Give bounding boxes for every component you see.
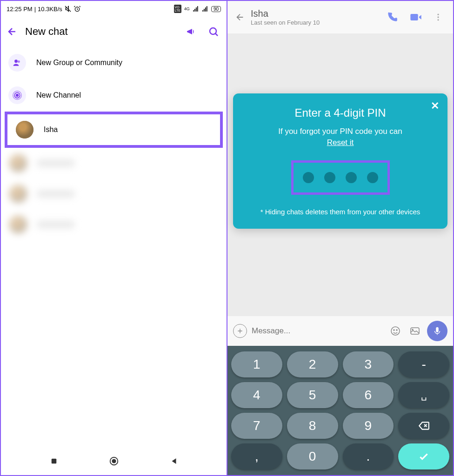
contact-highlight: Isha — [5, 112, 223, 148]
contact-item-blurred[interactable] — [1, 148, 227, 178]
channel-icon — [8, 86, 26, 104]
key-1[interactable]: 1 — [231, 351, 282, 377]
back-nav-button[interactable] — [170, 457, 178, 465]
back-button[interactable] — [7, 26, 18, 37]
camera-icon[interactable] — [407, 325, 422, 337]
contact-item-blurred[interactable] — [1, 178, 227, 209]
chat-title-area[interactable]: Isha Last seen on February 10 — [251, 8, 378, 26]
key-comma[interactable]: , — [231, 443, 282, 469]
chat-header: Isha Last seen on February 10 — [227, 1, 453, 33]
key-8[interactable]: 8 — [287, 413, 338, 439]
svg-rect-10 — [410, 14, 418, 20]
home-button[interactable] — [109, 456, 119, 466]
key-9[interactable]: 9 — [343, 413, 394, 439]
recent-apps-button[interactable] — [50, 457, 58, 465]
search-icon[interactable] — [206, 24, 221, 39]
pin-dot — [367, 172, 378, 183]
pin-dot — [324, 172, 335, 183]
svg-point-4 — [16, 94, 19, 97]
key-enter[interactable] — [398, 443, 449, 469]
avatar — [9, 154, 27, 172]
mute-icon — [64, 5, 72, 13]
contact-name — [37, 191, 74, 197]
svg-point-14 — [391, 327, 400, 335]
video-call-icon[interactable] — [407, 11, 425, 24]
pin-title: Enter a 4-digit PIN — [244, 106, 436, 119]
pin-input[interactable] — [291, 160, 390, 195]
message-input[interactable] — [252, 326, 383, 336]
emoji-icon[interactable] — [388, 325, 403, 337]
svg-point-12 — [437, 16, 439, 18]
pin-forgot-text: If you forgot your PIN code you can — [244, 127, 436, 136]
svg-point-3 — [18, 60, 20, 63]
new-channel-option[interactable]: New Channel — [1, 79, 227, 112]
svg-point-11 — [437, 14, 439, 15]
mic-button[interactable] — [427, 321, 447, 341]
contact-name — [37, 160, 74, 166]
new-group-option[interactable]: New Group or Community — [1, 46, 227, 79]
more-icon[interactable] — [431, 13, 446, 22]
key-space[interactable]: ␣ — [398, 382, 449, 408]
svg-point-16 — [396, 330, 397, 331]
contact-item[interactable]: Isha — [7, 114, 220, 145]
svg-point-1 — [210, 28, 216, 34]
contact-name: Isha — [44, 126, 58, 134]
option-label: New Channel — [36, 91, 81, 99]
key-3[interactable]: 3 — [343, 351, 394, 377]
avatar — [9, 185, 27, 203]
key-7[interactable]: 7 — [231, 413, 282, 439]
status-bar: 12:25 PM | 10.3KB/s VOLTE 4G 90 — [1, 1, 227, 17]
message-input-bar — [227, 316, 453, 346]
group-icon — [8, 54, 26, 72]
battery-icon: 90 — [211, 6, 221, 12]
signal-icon — [193, 6, 199, 12]
reset-link[interactable]: Reset it — [244, 138, 436, 147]
chat-contact-name: Isha — [251, 8, 378, 19]
pin-modal: ✕ Enter a 4-digit PIN If you forgot your… — [233, 93, 447, 229]
svg-point-9 — [112, 459, 115, 463]
key-period[interactable]: . — [343, 443, 394, 469]
pin-note: * Hiding chats deletes them from your ot… — [244, 208, 436, 216]
svg-point-2 — [14, 60, 18, 63]
numeric-keypad: 1 2 3 - 4 5 6 ␣ 7 8 9 , 0 . — [227, 346, 453, 475]
svg-point-18 — [412, 329, 413, 330]
svg-point-13 — [437, 19, 439, 20]
svg-rect-19 — [436, 327, 439, 332]
avatar — [16, 121, 33, 139]
call-icon[interactable] — [383, 11, 401, 23]
android-nav — [1, 447, 227, 475]
key-backspace[interactable] — [398, 413, 449, 439]
key-2[interactable]: 2 — [287, 351, 338, 377]
pin-dot — [346, 172, 357, 183]
svg-rect-7 — [51, 459, 56, 464]
pin-dot — [303, 172, 314, 183]
key-0[interactable]: 0 — [287, 443, 338, 469]
status-speed: 10.3KB/s — [38, 6, 62, 13]
announce-icon[interactable] — [184, 24, 199, 39]
avatar — [9, 216, 27, 233]
contact-name — [37, 221, 74, 228]
option-label: New Group or Community — [36, 59, 122, 67]
network-icon: 4G — [184, 7, 190, 11]
chat-last-seen: Last seen on February 10 — [251, 19, 378, 26]
close-icon[interactable]: ✕ — [431, 100, 439, 112]
alarm-icon — [73, 5, 81, 13]
contact-item-blurred[interactable] — [1, 209, 227, 240]
app-header: New chat — [1, 17, 227, 46]
back-button[interactable] — [235, 12, 245, 22]
attach-button[interactable] — [233, 324, 247, 338]
chat-body: ✕ Enter a 4-digit PIN If you forgot your… — [227, 33, 453, 316]
key-dash[interactable]: - — [398, 351, 449, 377]
key-6[interactable]: 6 — [343, 382, 394, 408]
key-5[interactable]: 5 — [287, 382, 338, 408]
status-time: 12:25 PM — [7, 6, 33, 13]
svg-point-15 — [394, 330, 394, 331]
signal-icon-2 — [202, 6, 208, 12]
key-4[interactable]: 4 — [231, 382, 282, 408]
page-title: New chat — [25, 26, 176, 38]
volte-icon: VOLTE — [174, 5, 181, 13]
